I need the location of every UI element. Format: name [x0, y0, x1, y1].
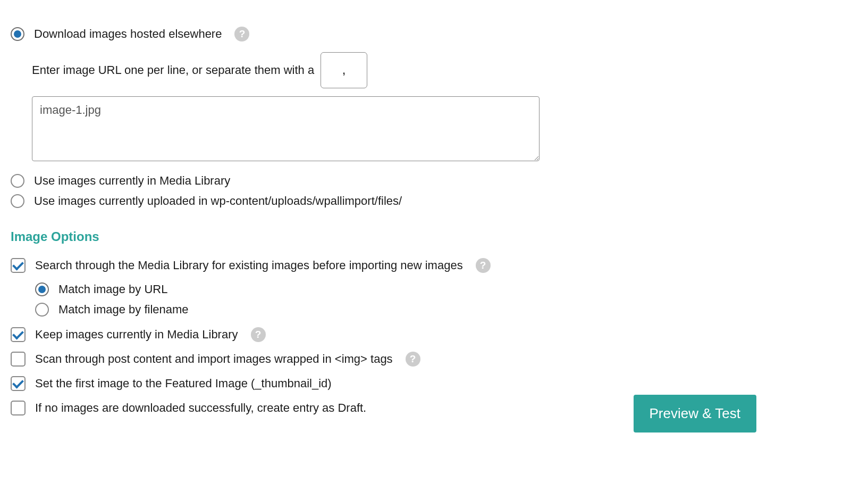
use-uploads-label: Use images currently uploaded in wp-cont…: [34, 194, 402, 208]
help-icon[interactable]: ?: [406, 352, 420, 367]
set-featured-label: Set the first image to the Featured Imag…: [35, 377, 332, 390]
match-by-filename-label: Match image by filename: [58, 303, 189, 317]
use-uploads-radio[interactable]: [11, 194, 24, 208]
match-by-url-radio[interactable]: [35, 282, 49, 296]
download-elsewhere-subblock: Enter image URL one per line, or separat…: [32, 52, 857, 164]
use-media-library-option: Use images currently in Media Library: [11, 174, 857, 188]
scan-post-content-checkbox[interactable]: [11, 352, 26, 367]
separator-input[interactable]: [321, 52, 367, 88]
match-image-group: Match image by URL Match image by filena…: [35, 282, 857, 317]
match-by-filename-option: Match image by filename: [35, 303, 857, 317]
use-media-library-label: Use images currently in Media Library: [34, 174, 230, 188]
scan-post-content-label: Scan through post content and import ima…: [35, 352, 393, 366]
set-featured-checkbox[interactable]: [11, 376, 26, 391]
help-icon[interactable]: ?: [476, 258, 491, 273]
help-icon[interactable]: ?: [234, 27, 249, 41]
image-urls-textarea[interactable]: image-1.jpg: [32, 96, 540, 161]
match-by-url-label: Match image by URL: [58, 282, 167, 296]
url-instruction-row: Enter image URL one per line, or separat…: [32, 52, 857, 88]
use-media-library-radio[interactable]: [11, 174, 24, 188]
keep-images-label: Keep images currently in Media Library: [35, 328, 238, 342]
keep-images-option: Keep images currently in Media Library ?: [11, 327, 857, 342]
match-by-url-option: Match image by URL: [35, 282, 857, 296]
search-media-label: Search through the Media Library for exi…: [35, 259, 463, 272]
scan-post-content-option: Scan through post content and import ima…: [11, 352, 857, 367]
download-elsewhere-radio[interactable]: [11, 27, 24, 41]
search-media-checkbox[interactable]: [11, 258, 26, 273]
create-draft-label: If no images are downloaded successfully…: [35, 401, 366, 415]
image-options-heading: Image Options: [11, 229, 857, 244]
download-elsewhere-label: Download images hosted elsewhere: [34, 27, 222, 41]
search-media-option: Search through the Media Library for exi…: [11, 258, 857, 273]
download-elsewhere-option: Download images hosted elsewhere ?: [11, 27, 857, 41]
use-uploads-option: Use images currently uploaded in wp-cont…: [11, 194, 857, 208]
keep-images-checkbox[interactable]: [11, 327, 26, 342]
preview-test-button[interactable]: Preview & Test: [634, 395, 756, 433]
help-icon[interactable]: ?: [251, 327, 266, 342]
create-draft-checkbox[interactable]: [11, 401, 26, 415]
match-by-filename-radio[interactable]: [35, 303, 49, 317]
set-featured-option: Set the first image to the Featured Imag…: [11, 376, 857, 391]
url-instruction-label: Enter image URL one per line, or separat…: [32, 63, 314, 77]
